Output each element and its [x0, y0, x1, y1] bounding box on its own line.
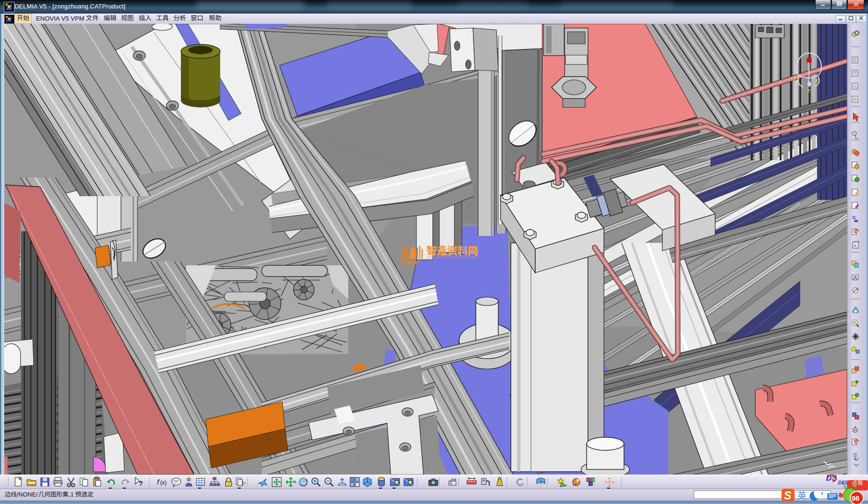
svg-text:A: A — [854, 243, 857, 248]
svg-text:.1: .1 — [69, 491, 74, 498]
svg-text:x: x — [815, 77, 818, 84]
svg-text:?: ? — [139, 480, 143, 487]
svg-text:f: f — [157, 478, 160, 486]
svg-text:}=: }= — [242, 480, 246, 485]
svg-text:S: S — [784, 489, 791, 502]
svg-text:INTELLIGENT MANUFACTURING DATA: INTELLIGENT MANUFACTURING DATA — [426, 256, 477, 259]
svg-text:98: 98 — [852, 494, 860, 502]
svg-text:(x): (x) — [160, 479, 167, 486]
svg-text:’: ’ — [821, 490, 824, 501]
svg-text:/NONE/: /NONE/ — [17, 491, 38, 498]
svg-text:z: z — [807, 87, 811, 94]
